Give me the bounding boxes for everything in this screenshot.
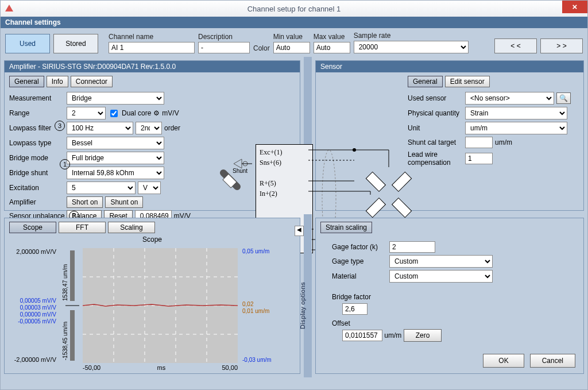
pin-r-p: R+(5) [260,178,309,188]
svg-rect-17 [392,172,412,191]
lowpass-filter-select[interactable]: 100 Hz [67,122,133,134]
next-button[interactable]: > > [540,38,583,53]
used-sensor-select[interactable]: <No sensor> [465,92,554,105]
sensor-bar: Sensor [316,61,583,72]
sample-rate-label: Sample rate [354,32,469,40]
excitation-select[interactable]: 5 [67,182,136,194]
bridge-shunt-label: Bridge shunt [9,169,67,177]
lowpass-type-label: Lowpass type [9,139,67,147]
app-icon [5,5,13,11]
physical-quantity-label: Physical quantity [408,109,465,117]
gear-icon[interactable]: ⚙ [153,109,160,117]
unit-select[interactable]: um/m [465,122,567,134]
window-title: Channel setup for channel 1 [247,5,341,13]
scope-title: Scope [5,233,300,244]
ylv-b: 0,00003 mV/V [18,304,56,311]
pin-sns-p: Sns+(6) [260,157,309,168]
bridge-factor-label: Bridge factor [332,293,567,301]
bridge-factor-input[interactable] [342,303,368,315]
gage-type-select[interactable]: Custom [389,255,493,268]
search-icon[interactable]: 🔍 [556,92,571,104]
ok-button[interactable]: OK [483,354,524,368]
measurement-label: Measurement [9,94,67,102]
shunt-on-button[interactable]: Shunt on [105,196,143,208]
min-value-input[interactable] [273,42,310,53]
collapse-button[interactable]: ◀ [295,226,304,236]
tab-scope[interactable]: Scope [9,222,56,233]
y-top: 2,00000 mV/V [16,248,56,255]
svg-rect-19 [366,198,385,218]
shunt-cal-target-input[interactable] [465,137,493,148]
sensor-tab-general[interactable]: General [408,76,443,87]
range-label: Range [9,109,67,117]
bar-b: -1538,45 um/m [62,322,68,360]
amplifier-label: Amplifier [9,198,67,206]
used-sensor-label: Used sensor [408,94,465,102]
yrv-a: 0,05 um/m [242,248,269,254]
offset-unit: um/m [384,331,401,339]
min-value-label: Min value [273,33,310,41]
tab-info[interactable]: Info [47,76,68,87]
lowpass-order-select[interactable]: 2nd [136,122,162,134]
tab-general[interactable]: General [9,76,44,87]
unit-label: Unit [408,124,465,132]
zero-button[interactable]: Zero [404,329,442,342]
range-select[interactable]: 2 [67,107,106,119]
bridge-mode-select[interactable]: Full bridge [67,152,164,164]
shunt-cal-target-unit: um/m [495,138,512,146]
offset-input[interactable] [342,330,382,341]
tab-strain-scaling[interactable]: Strain scaling [320,222,372,233]
excitation-unit-select[interactable]: V [138,182,161,194]
yrv-c: 0,01 um/m [242,308,269,314]
gage-factor-input[interactable] [389,241,435,253]
color-label: Color [253,44,270,52]
badge-3: 3 [55,121,65,131]
tab-scaling[interactable]: Scaling [108,222,155,233]
sample-rate-select[interactable]: 20000 [354,41,469,53]
gage-type-label: Gage type [332,257,389,265]
max-value-input[interactable] [314,42,350,53]
short-on-button[interactable]: Short on [67,196,103,208]
section-channel-settings: Channel settings [1,17,587,28]
bridge-mode-label: Bridge mode [9,154,67,162]
measurement-select[interactable]: Bridge [67,92,164,105]
scope-chart [83,248,238,363]
badge-1: 1 [60,159,70,169]
titlebar: Channel setup for channel 1 × [1,1,587,17]
gage-factor-label: Gage factor (k) [332,243,389,251]
channel-name-label: Channel name [109,33,195,41]
description-label: Description [198,33,250,41]
svg-point-13 [353,148,356,152]
lowpass-order-label: order [164,124,180,132]
pin-exc-p: Exc+(1) [260,147,309,157]
bridge-shunt-select[interactable]: Internal 59,88 kOhm [67,167,164,179]
yrv-b: 0,02 [242,301,253,307]
description-input[interactable] [198,42,250,53]
ylv-a: 0,00005 mV/V [18,298,56,304]
sensor-tab-edit[interactable]: Edit sensor [445,76,490,87]
max-value-label: Max value [314,33,350,41]
tab-connector[interactable]: Connector [71,76,113,87]
used-button[interactable]: Used [5,34,50,53]
shunt-text: Shunt [233,168,247,174]
x-unit: ms [157,364,166,371]
y-bot: -2,00000 mV/V [14,356,56,363]
dual-core-checkbox[interactable] [110,110,118,117]
stored-button[interactable]: Stored [53,34,98,53]
tab-fft[interactable]: FFT [59,222,106,233]
channel-name-input[interactable] [109,42,195,53]
close-button[interactable]: × [562,1,587,13]
yrv-d: -0,03 um/m [242,357,272,363]
x-left: -50,00 [83,364,100,371]
cancel-button[interactable]: Cancel [530,354,575,368]
ylv-c: 0,00000 mV/V [18,311,56,318]
prev-button[interactable]: < < [494,38,537,53]
lowpass-type-select[interactable]: Bessel [67,137,164,149]
svg-rect-18 [366,172,385,191]
physical-quantity-select[interactable]: Strain [465,107,567,119]
svg-rect-20 [392,198,412,218]
material-select[interactable]: Custom [389,270,493,283]
display-options-label[interactable]: Display options [299,282,306,329]
lead-wire-input[interactable] [465,153,493,164]
range-unit: mV/V [162,109,179,117]
